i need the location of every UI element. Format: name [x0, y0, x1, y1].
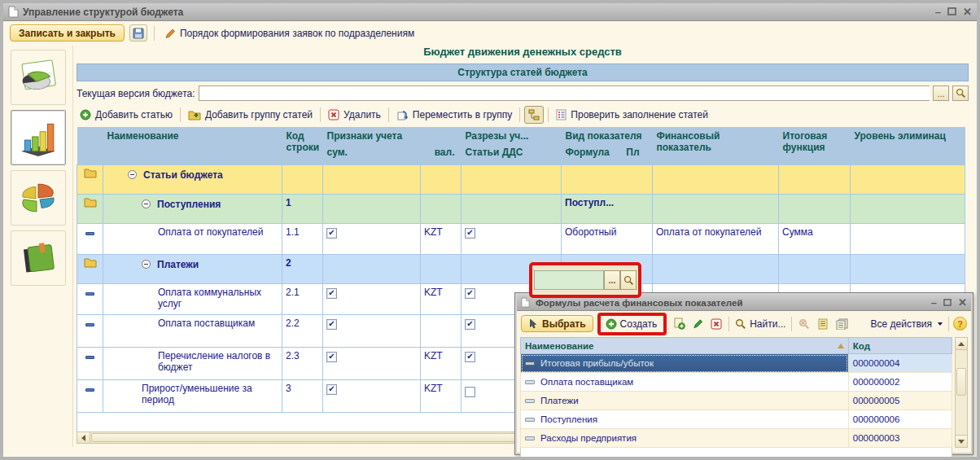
header-elimination[interactable]: Уровень элиминац: [851, 127, 965, 164]
delete-x-icon: [328, 109, 339, 120]
cancel-search-button[interactable]: [796, 316, 812, 332]
dialog-header-row: Наименование Код: [521, 338, 952, 354]
table-row-group[interactable]: Платежи 2: [77, 254, 965, 283]
table-row-group[interactable]: Статьи бюджета: [77, 164, 965, 194]
find-button[interactable]: Найти...: [733, 318, 787, 331]
separator: [948, 317, 949, 331]
maximize-button[interactable]: [947, 7, 956, 17]
header-fin-indicator[interactable]: Финансовый показатель: [653, 127, 779, 164]
dialog-toolbar: Выбрать Создать: [517, 311, 971, 336]
checklist-icon: [556, 109, 567, 120]
order-requests-button[interactable]: Порядок формирования заявок по подраздел…: [161, 26, 418, 41]
highlight-box-formula-input: ...: [529, 262, 641, 298]
help-button[interactable]: ?: [953, 317, 967, 331]
delete-button[interactable]: Удалить: [325, 107, 384, 122]
header-cuts[interactable]: Разрезы уч... Статьи ДДС: [462, 127, 562, 164]
header-formula-code[interactable]: Код: [848, 338, 952, 354]
all-actions-button[interactable]: Все действия: [869, 318, 944, 331]
folder-icon: [84, 197, 97, 208]
dialog-maximize-button[interactable]: [943, 297, 952, 308]
scrollbar-thumb[interactable]: [956, 368, 966, 396]
add-circle-icon: [606, 318, 617, 330]
select-button[interactable]: Выбрать: [521, 315, 593, 332]
pencil-icon: [164, 28, 176, 39]
sort-ascending-icon[interactable]: [838, 344, 844, 348]
scroll-up-button[interactable]: [956, 338, 967, 350]
scroll-down-button[interactable]: [956, 435, 967, 447]
folder-icon: [84, 168, 97, 178]
version-choose-button[interactable]: ...: [933, 85, 949, 101]
close-button[interactable]: ✕: [963, 7, 972, 17]
version-search-button[interactable]: [952, 85, 969, 101]
header-name[interactable]: Наименование: [103, 127, 282, 164]
add-circle-icon: [80, 109, 91, 120]
pie-3d-icon: [18, 177, 59, 218]
formula-input[interactable]: [534, 270, 604, 290]
vertical-scrollbar[interactable]: [955, 337, 968, 448]
tab-book[interactable]: [11, 230, 66, 286]
tab-bar-chart[interactable]: [11, 110, 66, 165]
collapse-icon[interactable]: [142, 199, 151, 208]
scroll-left-button[interactable]: [77, 432, 90, 443]
list-settings-button[interactable]: [815, 316, 831, 332]
dropdown-arrow-icon: [938, 322, 943, 326]
add-article-button[interactable]: Добавить статью: [77, 107, 176, 122]
formula-row[interactable]: Расходы предприятия 000000003: [521, 429, 952, 448]
checkbox-sum[interactable]: ✔: [326, 319, 337, 330]
formula-row[interactable]: Платежи 000000005: [521, 392, 952, 410]
highlight-box-create-button: Создать: [597, 313, 667, 335]
item-icon: [525, 436, 535, 440]
table-row[interactable]: Оплата от покупателей 1.1 ✔ KZT ✔ Оборот…: [77, 223, 965, 254]
formula-search-button[interactable]: [620, 270, 637, 290]
budget-version-input[interactable]: [199, 85, 930, 101]
section-header: Структура статей бюджета: [77, 64, 969, 81]
delete-button[interactable]: [708, 316, 724, 332]
minimize-button[interactable]: –: [935, 7, 941, 17]
item-icon: [525, 399, 535, 403]
checkbox-sum[interactable]: ✔: [326, 352, 337, 362]
formula-row[interactable]: Оплата поставщикам 000000002: [521, 373, 952, 392]
checkbox-sum[interactable]: ✔: [326, 288, 337, 299]
arrow-left-icon: [81, 435, 85, 441]
output-list-button[interactable]: [833, 316, 850, 332]
delete-x-icon: [711, 318, 722, 330]
formula-choose-button[interactable]: ...: [604, 270, 620, 290]
formula-row-selected[interactable]: Итоговая прибыль/убыток 000000004: [521, 354, 952, 373]
checkbox-dds[interactable]: [465, 387, 475, 397]
tab-report-pie[interactable]: [11, 50, 66, 105]
header-formula-name[interactable]: Наименование: [521, 338, 849, 354]
checkbox-dds[interactable]: ✔: [465, 288, 475, 299]
checkbox-sum[interactable]: ✔: [326, 384, 337, 395]
formula-row[interactable]: Поступления 000000006: [521, 410, 952, 429]
top-toolbar: Записать и закрыть Порядок формирования …: [3, 22, 977, 44]
window-title: Управление структурой бюджета: [23, 7, 931, 18]
move-to-group-button[interactable]: Переместить в группу: [393, 107, 515, 122]
magnifier-icon: [735, 318, 746, 330]
save-close-button[interactable]: Записать и закрыть: [10, 24, 125, 42]
add-group-button[interactable]: Добавить группу статей: [185, 107, 316, 122]
header-kind[interactable]: Вид показателя ФормулаПл: [562, 127, 653, 164]
save-button[interactable]: [129, 24, 147, 42]
create-copy-button[interactable]: [671, 316, 687, 332]
checkbox-dds[interactable]: ✔: [465, 319, 475, 330]
tab-pie-3d[interactable]: [11, 170, 66, 226]
header-code[interactable]: Кодстроки: [282, 127, 323, 164]
document-stack-icon: [836, 318, 848, 330]
item-icon: [85, 356, 94, 359]
bar-chart-icon: [18, 117, 59, 158]
create-button[interactable]: Создать: [604, 318, 659, 331]
table-row-group[interactable]: Поступления 1 Поступл...: [77, 194, 965, 223]
check-fill-button[interactable]: Проверить заполнение статей: [553, 107, 711, 122]
checkbox-dds[interactable]: ✔: [465, 228, 475, 239]
checkbox-dds[interactable]: ✔: [465, 352, 475, 362]
header-account-flags[interactable]: Признаки учета сум.вал.: [323, 127, 462, 164]
dialog-minimize-button[interactable]: –: [931, 297, 937, 308]
collapse-icon[interactable]: [142, 260, 151, 269]
green-pencil-icon: [693, 318, 703, 329]
hierarchy-view-toggle[interactable]: [524, 106, 544, 124]
edit-button[interactable]: [689, 316, 706, 332]
collapse-icon[interactable]: [128, 170, 137, 179]
dialog-close-button[interactable]: ✕: [958, 297, 967, 308]
header-total-function[interactable]: Итоговаяфункция: [779, 127, 851, 164]
checkbox-sum[interactable]: ✔: [326, 228, 337, 239]
